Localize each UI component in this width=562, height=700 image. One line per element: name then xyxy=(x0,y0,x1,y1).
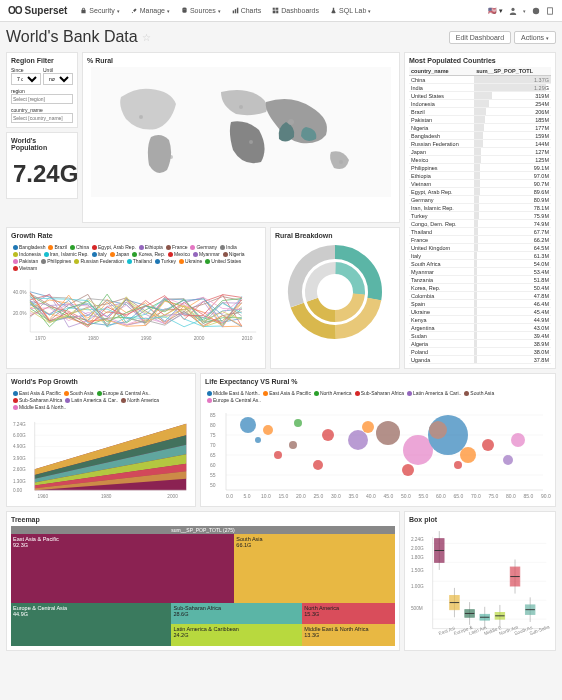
scatter-chart[interactable]: 8580757065605550 0.05.010.015.020.025.03… xyxy=(205,405,551,500)
tm-cell[interactable]: East Asia & Pacific92.3G xyxy=(11,534,234,603)
table-row[interactable]: Argentina43.0M xyxy=(409,324,551,332)
table-row[interactable]: Mexico125M xyxy=(409,156,551,164)
legend-item[interactable]: Europe & Central As.. xyxy=(97,390,151,396)
donut-chart[interactable] xyxy=(275,242,395,342)
until-select[interactable]: now xyxy=(43,73,73,85)
table-row[interactable]: Myanmar53.4M xyxy=(409,268,551,276)
table-row[interactable]: Turkey75.9M xyxy=(409,212,551,220)
legend-item[interactable]: Ethiopia xyxy=(139,244,163,250)
table-row[interactable]: South Africa54.0M xyxy=(409,260,551,268)
table-row[interactable]: Indonesia254M xyxy=(409,100,551,108)
table-row[interactable]: Ethiopia97.0M xyxy=(409,172,551,180)
since-select[interactable]: 7 days ago xyxy=(11,73,41,85)
legend-item[interactable]: Bangladesh xyxy=(13,244,45,250)
legend-item[interactable]: Middle East & North.. xyxy=(207,390,260,396)
legend-item[interactable]: Sub-Saharan Africa xyxy=(13,397,62,403)
legend-item[interactable]: Mexico xyxy=(168,251,190,257)
legend-item[interactable]: Egypt, Arab Rep. xyxy=(92,244,136,250)
table-row[interactable]: Korea, Rep.50.4M xyxy=(409,284,551,292)
tm-cell[interactable]: Latin America & Caribbean24.2G xyxy=(171,624,302,646)
legend-item[interactable]: Latin America & Car.. xyxy=(65,397,118,403)
brand[interactable]: OO Superset xyxy=(8,5,67,16)
table-row[interactable]: Germany80.9M xyxy=(409,196,551,204)
table-row[interactable]: United States319M xyxy=(409,92,551,100)
tm-cell[interactable]: Middle East & North Africa13.3G xyxy=(302,624,395,646)
legend-item[interactable]: Pakistan xyxy=(13,258,38,264)
nav-sources[interactable]: Sources▾ xyxy=(176,5,226,16)
legend-item[interactable]: Russian Federation xyxy=(74,258,123,264)
legend-item[interactable]: East Asia & Pacific xyxy=(263,390,311,396)
table-row[interactable]: Pakistan185M xyxy=(409,116,551,124)
legend-item[interactable]: Ukraine xyxy=(179,258,202,264)
legend-item[interactable]: Italy xyxy=(92,251,107,257)
legend-item[interactable]: Japan xyxy=(110,251,130,257)
table-row[interactable]: Uganda37.8M xyxy=(409,356,551,364)
table-row[interactable]: Egypt, Arab Rep.89.6M xyxy=(409,188,551,196)
table-row[interactable]: Colombia47.8M xyxy=(409,292,551,300)
legend-item[interactable]: Korea, Rep. xyxy=(132,251,165,257)
flag-icon[interactable]: 🇺🇸 ▾ xyxy=(488,7,503,15)
table-row[interactable]: Thailand67.7M xyxy=(409,228,551,236)
table-row[interactable]: Kenya44.9M xyxy=(409,316,551,324)
docs-icon[interactable] xyxy=(546,7,554,15)
tm-cell[interactable]: Europe & Central Asia44.9G xyxy=(11,603,171,646)
table-row[interactable]: Bangladesh159M xyxy=(409,132,551,140)
tm-cell[interactable]: North America15.3G xyxy=(302,603,395,625)
nav-security[interactable]: Security▾ xyxy=(75,5,124,16)
github-icon[interactable] xyxy=(532,7,540,15)
legend-item[interactable]: Vietnam xyxy=(13,265,37,271)
legend-item[interactable]: Sub-Saharan Africa xyxy=(355,390,404,396)
table-row[interactable]: Sudan39.4M xyxy=(409,332,551,340)
table-row[interactable]: Vietnam90.7M xyxy=(409,180,551,188)
table-row[interactable]: Algeria38.9M xyxy=(409,340,551,348)
table-row[interactable]: Russian Federation144M xyxy=(409,140,551,148)
table-row[interactable]: Ukraine45.4M xyxy=(409,308,551,316)
region-input[interactable] xyxy=(11,94,73,104)
tm-cell[interactable]: Sub-Saharan Africa28.6G xyxy=(171,603,302,625)
user-icon[interactable] xyxy=(509,7,517,15)
legend-item[interactable]: Nigeria xyxy=(223,251,245,257)
edit-dashboard-button[interactable]: Edit Dashboard xyxy=(449,31,511,44)
legend-item[interactable]: North America xyxy=(121,397,159,403)
table-row[interactable]: India1.29G xyxy=(409,84,551,92)
treemap[interactable]: sum__SP_POP_TOTL (275) East Asia & Pacif… xyxy=(11,526,395,646)
table-row[interactable]: Poland38.0M xyxy=(409,348,551,356)
legend-item[interactable]: Germany xyxy=(190,244,217,250)
nav-dashboards[interactable]: Dashboards xyxy=(267,5,324,16)
table-row[interactable]: Japan127M xyxy=(409,148,551,156)
table-row[interactable]: China1.37G xyxy=(409,76,551,84)
table-row[interactable]: United Kingdom64.5M xyxy=(409,244,551,252)
nav-manage[interactable]: Manage▾ xyxy=(126,5,175,16)
legend-item[interactable]: South Asia xyxy=(464,390,494,396)
legend-item[interactable]: Turkey xyxy=(155,258,176,264)
legend-item[interactable]: Thailand xyxy=(127,258,152,264)
star-icon[interactable]: ☆ xyxy=(142,32,151,43)
country-input[interactable] xyxy=(11,113,73,123)
table-row[interactable]: Tanzania51.8M xyxy=(409,276,551,284)
table-row[interactable]: France66.2M xyxy=(409,236,551,244)
legend-item[interactable]: United States xyxy=(205,258,241,264)
legend-item[interactable]: France xyxy=(166,244,188,250)
legend-item[interactable]: Philippines xyxy=(41,258,71,264)
table-row[interactable]: Iran, Islamic Rep.78.1M xyxy=(409,204,551,212)
actions-button[interactable]: Actions ▾ xyxy=(514,31,556,44)
tm-cell[interactable]: South Asia66.1G xyxy=(234,534,395,603)
table-row[interactable]: Spain46.4M xyxy=(409,300,551,308)
legend-item[interactable]: North America xyxy=(314,390,352,396)
nav-sqllab[interactable]: SQL Lab▾ xyxy=(325,5,376,16)
world-map[interactable] xyxy=(87,67,395,197)
table-row[interactable]: Brazil206M xyxy=(409,108,551,116)
boxplot-chart[interactable]: 2.24G2.00G1.80G1.50G1.00G500M East AsiEu… xyxy=(409,526,551,646)
table-row[interactable]: Congo, Dem. Rep.74.9M xyxy=(409,220,551,228)
legend-item[interactable]: Myanmar xyxy=(193,251,220,257)
legend-item[interactable]: China xyxy=(70,244,89,250)
legend-item[interactable]: Iran, Islamic Rep. xyxy=(44,251,89,257)
legend-item[interactable]: South Asia xyxy=(64,390,94,396)
growth-chart[interactable]: 40.0%20.0% 19701980199020002010 xyxy=(11,273,261,343)
table-row[interactable]: Italy61.3M xyxy=(409,252,551,260)
table-row[interactable]: Philippines99.1M xyxy=(409,164,551,172)
nav-charts[interactable]: Charts xyxy=(227,5,267,16)
legend-item[interactable]: Indonesia xyxy=(13,251,41,257)
legend-item[interactable]: Middle East & North.. xyxy=(13,404,66,410)
table-row[interactable]: Nigeria177M xyxy=(409,124,551,132)
